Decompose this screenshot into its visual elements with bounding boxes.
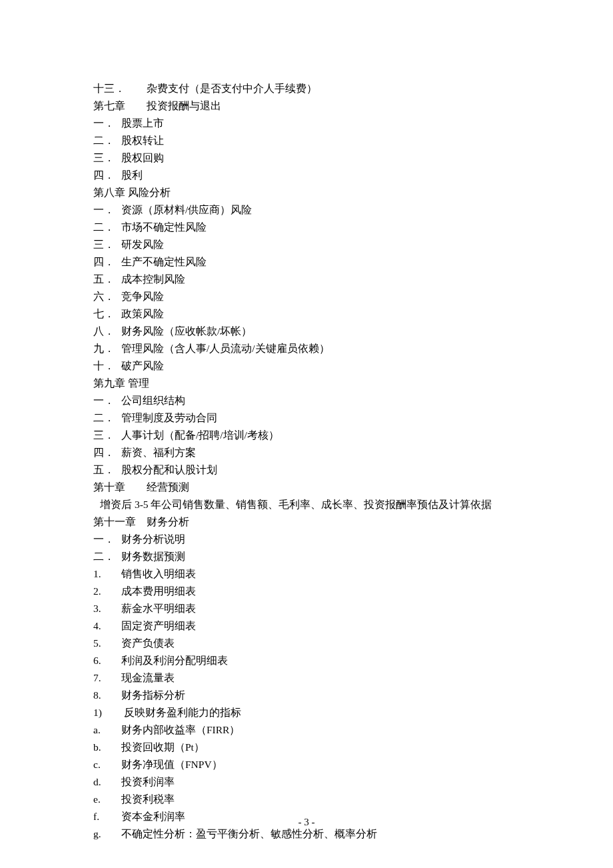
- document-line: 1) 反映财务盈利能力的指标: [93, 704, 520, 721]
- document-line: 第七章投资报酬与退出: [93, 97, 520, 115]
- line-marker: d.: [93, 773, 121, 791]
- document-line: 4.固定资产明细表: [93, 617, 520, 635]
- line-marker: 2.: [93, 583, 121, 600]
- document-line: 增资后 3-5 年公司销售数量、销售额、毛利率、成长率、投资报酬率预估及计算依据: [93, 496, 520, 513]
- line-text: 股票上市: [121, 117, 164, 129]
- line-text: 经营预测: [147, 481, 189, 493]
- line-text: 公司组织结构: [121, 395, 185, 406]
- document-line: 四．生产不确定性风险: [93, 253, 520, 271]
- page-number: - 3 -: [0, 817, 613, 828]
- line-text: 财务分析说明: [121, 533, 185, 545]
- line-marker: 一．: [93, 115, 121, 132]
- document-line: e.投资利税率: [93, 791, 520, 808]
- line-marker: 1): [93, 704, 121, 721]
- line-marker: 三．: [93, 236, 121, 253]
- line-marker: 一．: [93, 531, 121, 548]
- document-line: 三．股权回购: [93, 149, 520, 167]
- document-line: 五．成本控制风险: [93, 271, 520, 288]
- line-marker: 4.: [93, 617, 121, 635]
- line-text: 利润及利润分配明细表: [121, 655, 228, 666]
- line-text: 杂费支付（是否支付中介人手续费）: [147, 83, 317, 94]
- line-marker: 三．: [93, 149, 121, 167]
- line-marker: 七．: [93, 305, 121, 323]
- line-marker: b.: [93, 739, 121, 756]
- line-text: 成本控制风险: [121, 273, 185, 285]
- line-marker: c.: [93, 756, 121, 773]
- line-marker: 第十章: [93, 479, 147, 496]
- document-line: a.财务内部收益率（FIRR）: [93, 721, 520, 739]
- document-line: 一．股票上市: [93, 115, 520, 132]
- document-line: 8.财务指标分析: [93, 687, 520, 704]
- line-text: 薪金水平明细表: [121, 603, 196, 614]
- line-marker: 一．: [93, 201, 121, 219]
- line-marker: 四．: [93, 444, 121, 461]
- document-line: c.财务净现值（FNPV）: [93, 756, 520, 773]
- document-line: 7.现金流量表: [93, 669, 520, 687]
- line-text: 股利: [121, 169, 143, 181]
- line-marker: 5.: [93, 635, 121, 652]
- line-text: 破产风险: [121, 360, 164, 371]
- line-text: 成本费用明细表: [121, 585, 196, 597]
- line-text: 投资回收期（Pt）: [121, 741, 205, 753]
- line-marker: 四．: [93, 253, 121, 271]
- line-marker: 八．: [93, 323, 121, 340]
- document-line: 一．公司组织结构: [93, 392, 520, 409]
- line-marker: 二．: [93, 409, 121, 427]
- line-marker: a.: [93, 721, 121, 739]
- line-text: 销售收入明细表: [121, 568, 196, 579]
- document-line: 6.利润及利润分配明细表: [93, 652, 520, 669]
- line-text: 财务指标分析: [121, 689, 185, 701]
- line-text: 财务数据预测: [121, 551, 185, 562]
- line-text: 财务风险（应收帐款/坏帐）: [121, 325, 252, 337]
- line-marker: 三．: [93, 427, 121, 444]
- line-marker: 十三．: [93, 80, 147, 97]
- line-text: 资产负债表: [121, 637, 175, 649]
- line-marker: 8.: [93, 687, 121, 704]
- document-line: 第八章 风险分析: [93, 184, 520, 201]
- document-line: 1.销售收入明细表: [93, 565, 520, 583]
- line-text: 管理风险（含人事/人员流动/关键雇员依赖）: [121, 343, 330, 354]
- line-marker: 第八章: [93, 187, 125, 198]
- line-text: 生产不确定性风险: [121, 256, 207, 267]
- line-text: 竞争风险: [121, 291, 164, 302]
- document-line: 五．股权分配和认股计划: [93, 461, 520, 479]
- line-text: 研发风险: [121, 239, 164, 250]
- line-text: 财务净现值（FNPV）: [121, 759, 223, 770]
- document-line: b.投资回收期（Pt）: [93, 739, 520, 756]
- document-line: 六．竞争风险: [93, 288, 520, 305]
- line-marker: 第七章: [93, 97, 147, 115]
- document-line: d.投资利润率: [93, 773, 520, 791]
- line-marker: 6.: [93, 652, 121, 669]
- document-line: 第十一章 财务分析: [93, 513, 520, 531]
- document-line: 2.成本费用明细表: [93, 583, 520, 600]
- document-line: 九．管理风险（含人事/人员流动/关键雇员依赖）: [93, 340, 520, 357]
- document-line: 四．薪资、福利方案: [93, 444, 520, 461]
- line-text: 资源（原材料/供应商）风险: [121, 204, 252, 215]
- line-text: 反映财务盈利能力的指标: [121, 707, 241, 718]
- document-line: 十．破产风险: [93, 357, 520, 375]
- line-marker: 一．: [93, 392, 121, 409]
- document-line: 十三．杂费支付（是否支付中介人手续费）: [93, 80, 520, 97]
- document-line: 八．财务风险（应收帐款/坏帐）: [93, 323, 520, 340]
- line-text: 投资利润率: [121, 776, 175, 787]
- document-line: 三．研发风险: [93, 236, 520, 253]
- line-text: 增资后 3-5 年公司销售数量、销售额、毛利率、成长率、投资报酬率预估及计算依据: [100, 499, 492, 510]
- line-marker: e.: [93, 791, 121, 808]
- line-text: 管理: [125, 377, 149, 389]
- document-line: 一．资源（原材料/供应商）风险: [93, 201, 520, 219]
- line-text: 投资报酬与退出: [147, 100, 221, 111]
- line-marker: 二．: [93, 219, 121, 236]
- document-line: 四．股利: [93, 167, 520, 184]
- document-page: 十三．杂费支付（是否支付中介人手续费）第七章投资报酬与退出一．股票上市二．股权转…: [0, 0, 613, 843]
- document-line: 二．市场不确定性风险: [93, 219, 520, 236]
- line-text: 股权回购: [121, 152, 164, 163]
- document-line: 一．财务分析说明: [93, 531, 520, 548]
- line-text: 风险分析: [125, 187, 171, 198]
- line-marker: 四．: [93, 167, 121, 184]
- line-text: 政策风险: [121, 308, 164, 319]
- line-marker: 十．: [93, 357, 121, 375]
- document-line: 二．管理制度及劳动合同: [93, 409, 520, 427]
- line-marker: 二．: [93, 132, 121, 149]
- line-text: 薪资、福利方案: [121, 447, 196, 458]
- line-text: 财务分析: [136, 516, 189, 527]
